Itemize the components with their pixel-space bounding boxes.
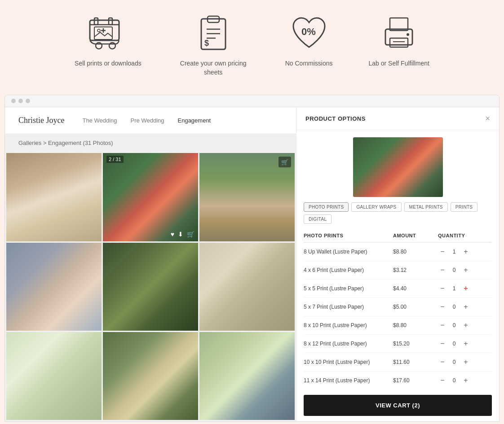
svg-rect-13 [390,38,408,47]
gallery-photo-2[interactable]: 2 / 31 ♥ ⬇ 🛒 [103,153,198,241]
product-name-7: 11 x 14 Print (Lustre Paper) [304,377,393,384]
qty-minus-5[interactable]: − [438,339,447,348]
gallery-photo-1[interactable] [6,153,102,241]
svg-point-14 [407,33,409,36]
product-table-header: PHOTO PRINTS AMOUNT QUANTITY [304,229,492,243]
product-name-1: 4 x 6 Print (Lustre Paper) [304,267,393,273]
cart-overlay-icon[interactable]: 🛒 [281,159,288,166]
qty-value-6: 0 [451,359,457,365]
product-amount-7: $17.60 [393,377,438,384]
product-row-6: 10 x 10 Print (Lustre Paper) $11.60 − 0 … [304,353,492,372]
quantity-control-5: − 0 + [438,339,492,348]
nav-item-engagement[interactable]: Engagement [178,115,211,126]
qty-plus-5[interactable]: + [461,339,470,348]
feature-fulfillment-label: Lab or Self Fulfillment [369,59,429,68]
qty-minus-7[interactable]: − [438,376,447,385]
feature-no-commissions: 0% No Commissions [285,13,333,68]
feature-sell-prints-label: Sell prints or downloads [75,59,141,68]
product-row-5: 8 x 12 Print (Lustre Paper) $15.20 − 0 + [304,335,492,353]
download-icon[interactable]: ⬇ [178,231,183,238]
quantity-control-2: − 1 + [438,284,492,293]
photo-count-badge: 2 / 31 [106,156,124,163]
tab-digital[interactable]: DIGITAL [304,214,332,224]
quantity-control-1: − 0 + [438,266,492,275]
qty-minus-6[interactable]: − [438,358,447,367]
product-image-container [296,130,499,202]
feature-pricing-sheets-label: Create your own pricing sheets [177,59,249,77]
gallery-photo-9[interactable] [199,332,295,420]
printer-icon [379,13,419,54]
favorite-icon[interactable]: ♥ [171,231,174,238]
product-row-1: 4 x 6 Print (Lustre Paper) $3.12 − 0 + [304,261,492,280]
product-amount-5: $15.20 [393,341,438,347]
nav-item-pre-wedding[interactable]: Pre Wedding [131,115,164,126]
qty-minus-3[interactable]: − [438,302,447,311]
gallery-breadcrumb: Galleries > Engagement (31 Photos) [5,134,296,152]
qty-plus-2[interactable]: + [461,284,470,293]
gallery-nav: The Wedding Pre Wedding Engagement [82,115,211,126]
nav-item-the-wedding[interactable]: The Wedding [82,115,117,126]
col-header-quantity: QUANTITY [438,233,492,238]
qty-plus-3[interactable]: + [461,302,470,311]
qty-value-7: 0 [451,377,457,384]
gallery-panel: Christie Joyce The Wedding Pre Wedding E… [5,107,296,421]
photo-3-cart-overlay: 🛒 [279,157,291,167]
heart-percent-icon: 0% [289,13,329,54]
qty-value-3: 0 [451,304,457,310]
qty-plus-1[interactable]: + [461,266,470,275]
gallery-photo-5[interactable] [103,243,198,331]
product-amount-4: $8.80 [393,322,438,328]
product-amount-3: $5.00 [393,304,438,310]
product-options-title: PRODUCT OPTIONS [305,115,366,122]
qty-value-4: 0 [451,322,457,328]
product-row-4: 8 x 10 Print (Lustre Paper) $8.80 − 0 + [304,316,492,335]
feature-bar: Sell prints or downloads $ Create your o… [0,0,504,95]
qty-plus-4[interactable]: + [461,321,470,330]
browser-bar [5,95,499,107]
qty-minus-2[interactable]: − [438,284,447,293]
gallery-header: Christie Joyce The Wedding Pre Wedding E… [5,107,296,134]
product-table: PHOTO PRINTS AMOUNT QUANTITY 8 Up Wallet… [296,229,499,389]
product-name-5: 8 x 12 Print (Lustre Paper) [304,341,393,347]
quantity-control-7: − 0 + [438,376,492,385]
qty-minus-4[interactable]: − [438,321,447,330]
qty-plus-0[interactable]: + [461,247,470,256]
svg-rect-2 [109,18,112,25]
tab-metal-prints[interactable]: METAL PRINTS [404,202,448,212]
qty-value-2: 1 [451,285,457,292]
product-amount-1: $3.12 [393,267,438,273]
product-preview-image [353,137,443,197]
cart-icon [88,13,128,54]
product-amount-6: $11.60 [393,359,438,365]
product-amount-2: $4.40 [393,285,438,292]
tab-prints[interactable]: PRINTS [451,202,477,212]
tab-photo-prints[interactable]: PHOTO PRINTS [304,202,349,212]
svg-text:$: $ [204,39,209,48]
quantity-control-3: − 0 + [438,302,492,311]
quantity-control-4: − 0 + [438,321,492,330]
qty-minus-1[interactable]: − [438,266,447,275]
gallery-photo-3[interactable]: 🛒 [199,153,295,241]
svg-point-6 [97,29,100,32]
gallery-grid: 2 / 31 ♥ ⬇ 🛒 🛒 [5,152,296,421]
product-name-2: 5 x 5 Print (Lustre Paper) [304,285,393,292]
cart-action-icon[interactable]: 🛒 [187,231,195,238]
qty-plus-6[interactable]: + [461,358,470,367]
product-name-0: 8 Up Wallet (Lustre Paper) [304,249,393,255]
feature-no-commissions-label: No Commissions [285,59,333,68]
feature-pricing-sheets: $ Create your own pricing sheets [177,13,249,77]
gallery-photo-8[interactable] [103,332,198,420]
qty-plus-7[interactable]: + [461,376,470,385]
qty-minus-0[interactable]: − [438,247,447,256]
tab-gallery-wraps[interactable]: GALLERY WRAPS [351,202,401,212]
gallery-photo-7[interactable] [6,332,102,420]
feature-fulfillment: Lab or Self Fulfillment [369,13,429,68]
close-button[interactable]: × [485,114,490,122]
gallery-photo-4[interactable] [6,243,102,331]
product-row-7: 11 x 14 Print (Lustre Paper) $17.60 − 0 … [304,372,492,389]
browser-window: Christie Joyce The Wedding Pre Wedding E… [4,95,500,422]
view-cart-button[interactable]: VIEW CART (2) [304,395,492,416]
gallery-logo: Christie Joyce [18,116,64,125]
product-amount-0: $8.80 [393,249,438,255]
gallery-photo-6[interactable] [199,243,295,331]
